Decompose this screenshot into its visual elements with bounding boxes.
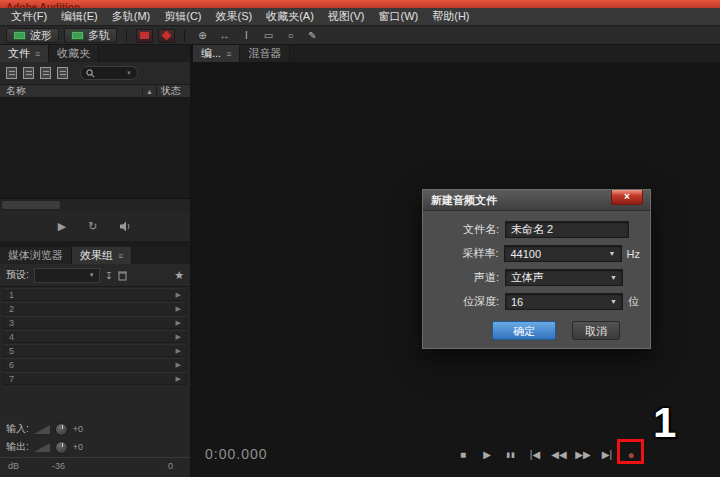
column-name[interactable]: 名称 [0, 84, 142, 98]
filename-label: 文件名: [433, 222, 499, 237]
search-dropdown-icon[interactable]: ▼ [126, 70, 132, 76]
output-label: 输出: [6, 440, 29, 454]
slot-arrow-icon[interactable]: ▶ [176, 347, 186, 355]
new-file-icon[interactable] [6, 67, 17, 79]
slot-arrow-icon[interactable]: ▶ [176, 291, 186, 299]
tab-effects-rack[interactable]: 效果组 ≡ [72, 247, 132, 264]
dialog-close-button[interactable]: × [611, 190, 643, 205]
stop-button[interactable]: ■ [455, 447, 471, 463]
filename-field[interactable] [505, 221, 629, 238]
rack-slot-3[interactable]: 3▶ [3, 316, 187, 329]
multitrack-mode-button[interactable]: 多轨 [64, 28, 117, 43]
import-file-icon[interactable] [40, 67, 51, 79]
channels-label: 声道: [433, 270, 499, 285]
search-input[interactable]: ▼ [80, 66, 138, 80]
scrollbar-thumb[interactable] [2, 201, 60, 209]
menu-item-effects[interactable]: 效果(S) [209, 9, 260, 24]
speaker-icon[interactable] [119, 221, 132, 232]
dialog-title-bar[interactable]: 新建音频文件 × [423, 190, 650, 211]
menu-item-window[interactable]: 窗口(W) [372, 9, 426, 24]
waveform-mode-button[interactable]: 波形 [6, 28, 59, 43]
tab-favorites[interactable]: 收藏夹 [49, 45, 99, 62]
marquee-selection-tool-icon[interactable]: ▭ [260, 30, 277, 41]
output-gain-row: 输出: +0 [0, 439, 190, 455]
input-gain-knob[interactable] [55, 423, 68, 436]
files-horizontal-scrollbar[interactable] [0, 198, 190, 211]
annotation-step-1: 1 [653, 399, 676, 447]
slot-arrow-icon[interactable]: ▶ [176, 375, 186, 383]
play-button[interactable]: ▶ [479, 447, 495, 463]
toolbar-separator [184, 30, 185, 42]
sort-asc-icon[interactable]: ▲ [142, 88, 156, 95]
rack-slot-4[interactable]: 4▶ [3, 330, 187, 343]
pause-button[interactable]: ▮▮ [503, 447, 519, 463]
tab-favorites-label: 收藏夹 [57, 46, 90, 61]
slot-arrow-icon[interactable]: ▶ [176, 361, 186, 369]
menu-item-edit[interactable]: 编辑(E) [54, 9, 105, 24]
save-preset-icon[interactable]: ↧ [105, 270, 113, 281]
slot-arrow-icon[interactable]: ▶ [176, 333, 186, 341]
rack-slot-6[interactable]: 6▶ [3, 358, 187, 371]
slot-arrow-icon[interactable]: ▶ [176, 305, 186, 313]
filename-row: 文件名: [433, 221, 640, 238]
channels-dropdown[interactable]: 立体声 ▼ [505, 269, 623, 286]
favorite-star-icon[interactable]: ★ [174, 269, 184, 282]
skip-to-end-button[interactable]: ▶| [599, 447, 615, 463]
samplerate-dropdown[interactable]: 44100 ▼ [504, 245, 621, 262]
editor-tabs: 编... ≡ 混音器 [193, 45, 720, 62]
column-status[interactable]: 状态 [156, 84, 190, 98]
delete-preset-icon[interactable] [118, 270, 127, 281]
marker-mode-button[interactable] [158, 29, 175, 43]
menu-item-clip[interactable]: 剪辑(C) [157, 9, 208, 24]
slot-number: 6 [4, 360, 14, 370]
menu-item-favorites[interactable]: 收藏夹(A) [259, 9, 321, 24]
rack-slot-2[interactable]: 2▶ [3, 302, 187, 315]
search-icon [86, 69, 95, 78]
files-column-headers: 名称 ▲ 状态 [0, 85, 190, 98]
rack-slot-7[interactable]: 7▶ [3, 372, 187, 385]
tab-media-browser[interactable]: 媒体浏览器 [0, 247, 72, 264]
output-gain-knob[interactable] [55, 441, 68, 454]
time-selection-tool-icon[interactable]: I [238, 30, 255, 41]
presets-label: 预设: [6, 268, 29, 282]
bitdepth-dropdown[interactable]: 16 ▼ [505, 293, 623, 310]
trash-icon[interactable] [57, 67, 68, 79]
tab-editor[interactable]: 编... ≡ [193, 45, 240, 62]
paintbrush-tool-icon[interactable]: ✎ [304, 30, 321, 41]
fast-forward-button[interactable]: ▶▶ [575, 447, 591, 463]
open-file-icon[interactable] [23, 67, 34, 79]
toolbar-separator [126, 30, 127, 42]
menu-item-view[interactable]: 视图(V) [321, 9, 372, 24]
samplerate-label: 采样率: [433, 246, 498, 261]
tab-mixer[interactable]: 混音器 [240, 45, 290, 62]
preview-loop-button[interactable]: ↻ [88, 220, 97, 233]
panel-menu-icon[interactable]: ≡ [118, 251, 123, 261]
samplerate-unit: Hz [627, 248, 640, 260]
dialog-buttons: 确定 取消 [433, 321, 640, 340]
knob-pointer [62, 425, 63, 429]
menu-item-multitrack[interactable]: 多轨(M) [105, 9, 158, 24]
move-tool-icon[interactable]: ⊕ [194, 30, 211, 41]
rack-slot-1[interactable]: 1▶ [3, 288, 187, 301]
rack-slot-5[interactable]: 5▶ [3, 344, 187, 357]
skip-to-start-button[interactable]: |◀ [527, 447, 543, 463]
cancel-button[interactable]: 取消 [572, 321, 620, 340]
file-list[interactable] [0, 98, 190, 198]
slot-number: 7 [4, 374, 14, 384]
presets-dropdown[interactable]: ▼ [34, 268, 100, 283]
tab-files[interactable]: 文件 ≡ [0, 45, 49, 62]
ok-button[interactable]: 确定 [492, 321, 556, 340]
panel-menu-icon[interactable]: ≡ [35, 49, 40, 59]
rewind-button[interactable]: ◀◀ [551, 447, 567, 463]
slot-arrow-icon[interactable]: ▶ [176, 319, 186, 327]
panel-menu-icon[interactable]: ≡ [226, 49, 231, 59]
menu-item-help[interactable]: 帮助(H) [425, 9, 476, 24]
lasso-selection-tool-icon[interactable]: ○ [282, 30, 299, 41]
menu-item-file[interactable]: 文件(F) [4, 9, 54, 24]
preview-play-button[interactable]: ▶ [58, 220, 66, 233]
slip-tool-icon[interactable]: ↔ [216, 30, 233, 41]
slot-number: 3 [4, 318, 14, 328]
window-title: Adobe Audition [0, 0, 720, 8]
tab-media-browser-label: 媒体浏览器 [8, 248, 63, 263]
record-mode-button[interactable] [136, 29, 153, 43]
